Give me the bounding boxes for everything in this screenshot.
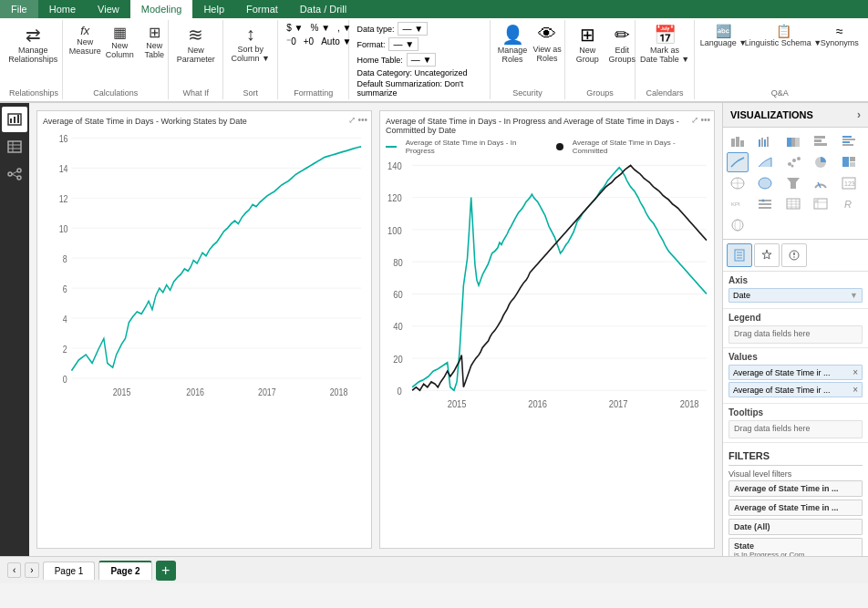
- visual-level-filters-label: Visual level filters: [728, 469, 863, 479]
- viz-icon-hbar2[interactable]: [838, 131, 860, 151]
- sort-by-column-button[interactable]: ↕ Sort byColumn ▼: [229, 22, 272, 65]
- visualizations-expand-icon[interactable]: ›: [857, 108, 861, 121]
- right-chart-panel[interactable]: ⤢ ••• Average of State Time in Days - In…: [379, 110, 715, 549]
- maximize-right-icon[interactable]: ⤢: [691, 115, 698, 125]
- edit-groups-button[interactable]: ✏ EditGroups: [605, 22, 638, 66]
- page-tab-1[interactable]: Page 1: [43, 562, 96, 580]
- filter-item-4-sub: is In Progress or Com...: [734, 551, 857, 556]
- decrease-decimal-button[interactable]: ⁻0: [284, 36, 299, 47]
- viz-icon-card[interactable]: 123: [838, 173, 860, 193]
- svg-rect-70: [842, 141, 850, 143]
- filter-item-2[interactable]: Average of State Time in ...: [728, 500, 863, 516]
- viz-icon-map[interactable]: [727, 173, 749, 193]
- more-options-icon[interactable]: •••: [357, 115, 367, 125]
- add-page-button[interactable]: +: [156, 561, 176, 581]
- mark-as-date-table-button[interactable]: 📅 Mark asDate Table ▼: [641, 22, 689, 66]
- axis-date-tag[interactable]: Date ▼: [728, 288, 863, 303]
- svg-rect-93: [787, 199, 800, 209]
- viz-icon-table-viz[interactable]: [782, 194, 804, 214]
- values-field-2[interactable]: Average of State Time ir ... ×: [728, 382, 863, 397]
- ribbon-group-qa: 🔤 Language ▼ 📋 Linguistic Schema ▼ ≈ Syn…: [695, 20, 864, 99]
- viz-icon-kpi[interactable]: KPI: [727, 194, 749, 214]
- page-nav-right[interactable]: ›: [25, 562, 38, 578]
- left-chart-svg: 16 14 12 10 8 6 4 2 0: [43, 129, 366, 537]
- viz-format-tool[interactable]: [754, 243, 780, 267]
- viz-icon-treemap[interactable]: [838, 152, 860, 172]
- left-chart-panel[interactable]: ⤢ ••• Average of State Time in Days - Wo…: [36, 110, 372, 549]
- tab-view[interactable]: View: [87, 0, 130, 18]
- new-parameter-button[interactable]: ≋ NewParameter: [174, 22, 217, 66]
- currency-format-button[interactable]: $ ▼: [284, 22, 305, 34]
- tab-file[interactable]: File: [0, 0, 38, 18]
- new-measure-button[interactable]: fx NewMeasure: [68, 22, 101, 57]
- increase-decimal-button[interactable]: +0: [301, 36, 316, 47]
- new-table-button[interactable]: ⊞ NewTable: [138, 22, 170, 61]
- viz-icon-line[interactable]: [727, 152, 749, 172]
- viz-icon-area[interactable]: [754, 152, 776, 172]
- language-button[interactable]: 🔤 Language ▼: [700, 22, 746, 49]
- new-group-button[interactable]: ⊞ NewGroup: [571, 22, 604, 66]
- viz-fields-tool[interactable]: [727, 243, 752, 267]
- tab-home[interactable]: Home: [38, 0, 87, 18]
- values-field-2-close[interactable]: ×: [852, 385, 858, 395]
- viz-tools: [723, 240, 868, 272]
- sidebar-data-view[interactable]: [2, 134, 27, 160]
- svg-rect-61: [767, 137, 769, 147]
- tab-modeling[interactable]: Modeling: [130, 0, 193, 18]
- filter-item-3[interactable]: Date (All): [728, 519, 863, 535]
- viz-icon-r-visual[interactable]: R: [838, 194, 860, 214]
- svg-text:0: 0: [397, 386, 402, 397]
- manage-roles-button[interactable]: 👤 ManageRoles: [496, 22, 529, 66]
- ribbon-group-what-if: ≋ NewParameter What If: [169, 20, 223, 99]
- data-type-dropdown[interactable]: — ▼: [398, 22, 428, 36]
- viz-icon-funnel[interactable]: [782, 173, 804, 193]
- svg-text:140: 140: [388, 161, 402, 172]
- tooltips-drop-zone[interactable]: Drag data fields here: [728, 420, 863, 438]
- linguistic-schema-icon: 📋: [776, 24, 791, 38]
- page-nav-left[interactable]: ‹: [7, 562, 21, 578]
- viz-icon-scatter[interactable]: [782, 152, 804, 172]
- svg-rect-63: [791, 138, 795, 147]
- ribbon-tabs: File Home View Modeling Help Format Data…: [0, 0, 868, 18]
- view-as-roles-button[interactable]: 👁 View asRoles: [531, 22, 563, 65]
- viz-analytics-tool[interactable]: [781, 243, 807, 267]
- new-group-icon: ⊞: [580, 24, 595, 46]
- ribbon-content: ⇄ ManageRelationships Relationships fx N…: [0, 18, 868, 102]
- tab-data-drill[interactable]: Data / Drill: [289, 0, 357, 18]
- viz-icon-pie[interactable]: [810, 152, 832, 172]
- percent-format-button[interactable]: % ▼: [307, 22, 333, 34]
- tab-format[interactable]: Format: [235, 0, 289, 18]
- synonyms-button[interactable]: ≈ Synonyms: [821, 22, 859, 49]
- tab-help[interactable]: Help: [192, 0, 235, 18]
- legend-drop-zone[interactable]: Drag data fields here: [728, 325, 863, 344]
- new-column-button[interactable]: ▦ NewColumn: [103, 22, 136, 61]
- svg-text:100: 100: [388, 225, 402, 236]
- filter-item-1[interactable]: Average of State Time in ...: [728, 480, 863, 497]
- filter-item-4[interactable]: State is In Progress or Com...: [728, 538, 863, 556]
- viz-icon-gauge[interactable]: [810, 173, 832, 193]
- sort-group-label: Sort: [229, 87, 272, 98]
- filters-header: FILTERS: [728, 447, 863, 466]
- viz-icon-hbar[interactable]: [810, 131, 832, 151]
- more-options-right-icon[interactable]: •••: [700, 115, 710, 125]
- values-field-1[interactable]: Average of State Time ir ... ×: [728, 365, 863, 380]
- maximize-icon[interactable]: ⤢: [348, 115, 356, 125]
- groups-group-label: Groups: [571, 87, 629, 98]
- home-table-dropdown[interactable]: — ▼: [407, 53, 437, 67]
- sidebar-report-view[interactable]: [2, 107, 27, 132]
- page-tab-2[interactable]: Page 2: [98, 561, 151, 580]
- values-field-1-close[interactable]: ×: [852, 367, 858, 377]
- viz-icon-slicer[interactable]: [754, 194, 776, 214]
- sidebar-model-view[interactable]: [2, 161, 27, 187]
- viz-icon-stacked-bar[interactable]: [727, 131, 749, 151]
- linguistic-schema-button[interactable]: 📋 Linguistic Schema ▼: [748, 22, 818, 49]
- manage-relationships-button[interactable]: ⇄ ManageRelationships: [9, 22, 57, 66]
- format-dropdown[interactable]: — ▼: [388, 37, 418, 51]
- viz-icon-grouped-bar[interactable]: [754, 131, 776, 151]
- viz-icon-100-bar[interactable]: [782, 131, 804, 151]
- svg-point-72: [788, 162, 791, 166]
- right-chart-svg: 140 120 100 80 60 40 20 0: [386, 157, 708, 553]
- viz-icon-matrix[interactable]: [810, 194, 832, 214]
- viz-icon-filled-map[interactable]: [754, 173, 776, 193]
- viz-icon-globe[interactable]: [727, 215, 749, 235]
